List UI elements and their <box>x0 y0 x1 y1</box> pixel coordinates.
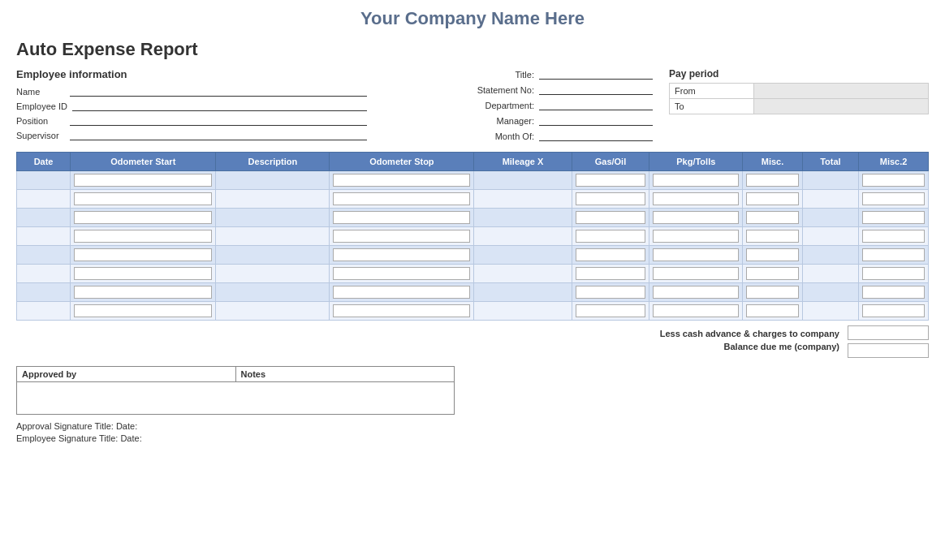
cell-odometer-start <box>71 246 216 265</box>
expense-table: Date Odometer Start Description Odometer… <box>16 152 929 321</box>
cell-description <box>216 190 330 209</box>
misc-input[interactable] <box>746 286 799 299</box>
odometer-stop-input[interactable] <box>333 286 470 299</box>
cell-misc2 <box>859 209 929 227</box>
pkg-input[interactable] <box>653 304 739 317</box>
odometer-stop-input[interactable] <box>333 248 470 261</box>
cell-odometer-start <box>71 171 216 190</box>
odometer-start-input[interactable] <box>74 211 212 224</box>
approved-notes-area: Approved by Notes Approval Signature Tit… <box>16 366 455 446</box>
misc2-input[interactable] <box>862 192 925 205</box>
cell-misc <box>743 190 803 209</box>
cell-date <box>17 227 71 246</box>
employee-id-line <box>72 100 367 111</box>
balance-value <box>848 343 929 358</box>
cell-gas <box>572 283 649 302</box>
pkg-input[interactable] <box>653 211 739 224</box>
pkg-input[interactable] <box>653 174 739 187</box>
misc2-input[interactable] <box>862 174 925 187</box>
col-date: Date <box>17 153 71 171</box>
misc-input[interactable] <box>746 267 799 280</box>
gas-input[interactable] <box>576 211 646 224</box>
gas-input[interactable] <box>576 286 646 299</box>
gas-input[interactable] <box>576 230 646 243</box>
employee-id-field-row: Employee ID <box>16 100 367 111</box>
cell-date <box>17 246 71 265</box>
col-misc: Misc. <box>743 153 803 171</box>
misc-input[interactable] <box>746 211 799 224</box>
manager-row: Manager: <box>383 114 653 126</box>
pkg-input[interactable] <box>653 267 739 280</box>
pkg-input[interactable] <box>653 286 739 299</box>
misc2-input[interactable] <box>862 304 925 317</box>
odometer-stop-input[interactable] <box>333 174 470 187</box>
manager-label: Manager: <box>497 116 534 126</box>
cell-mileage <box>474 302 572 321</box>
odometer-stop-input[interactable] <box>333 192 470 205</box>
cell-odometer-start <box>71 265 216 283</box>
cell-description <box>216 246 330 265</box>
misc2-input[interactable] <box>862 230 925 243</box>
month-line <box>539 130 653 141</box>
misc-input[interactable] <box>746 304 799 317</box>
position-field-row: Position <box>16 114 367 126</box>
cell-total <box>802 265 858 283</box>
odometer-start-input[interactable] <box>74 267 212 280</box>
department-row: Department: <box>383 99 653 110</box>
odometer-start-input[interactable] <box>74 174 212 187</box>
odometer-stop-input[interactable] <box>333 230 470 243</box>
cell-misc2 <box>859 246 929 265</box>
odometer-start-input[interactable] <box>74 192 212 205</box>
center-info-section: Title: Statement No: Department: Manager… <box>383 68 653 145</box>
cell-misc2 <box>859 190 929 209</box>
balance-label: Balance due me (company) <box>660 342 839 351</box>
cell-misc <box>743 246 803 265</box>
gas-input[interactable] <box>576 192 646 205</box>
cell-description <box>216 171 330 190</box>
odometer-start-input[interactable] <box>74 248 212 261</box>
cell-mileage <box>474 209 572 227</box>
odometer-start-input[interactable] <box>74 230 212 243</box>
cell-total <box>802 171 858 190</box>
gas-input[interactable] <box>576 267 646 280</box>
gas-input[interactable] <box>576 174 646 187</box>
misc2-input[interactable] <box>862 211 925 224</box>
cell-odometer-stop <box>330 190 474 209</box>
department-line <box>539 99 653 110</box>
employee-id-label: Employee ID <box>16 101 67 111</box>
title-line <box>539 68 653 80</box>
title-label: Title: <box>516 70 534 80</box>
totals-section: Less cash advance & charges to company B… <box>16 325 929 358</box>
misc-input[interactable] <box>746 192 799 205</box>
odometer-stop-input[interactable] <box>333 267 470 280</box>
table-row <box>17 190 929 209</box>
cell-pkg <box>649 227 743 246</box>
odometer-stop-input[interactable] <box>333 211 470 224</box>
col-odometer-start: Odometer Start <box>71 153 216 171</box>
misc-input[interactable] <box>746 174 799 187</box>
odometer-stop-input[interactable] <box>333 304 470 317</box>
totals-values <box>848 325 929 358</box>
col-misc2: Misc.2 <box>859 153 929 171</box>
pkg-input[interactable] <box>653 230 739 243</box>
odometer-start-input[interactable] <box>74 286 212 299</box>
pkg-input[interactable] <box>653 248 739 261</box>
misc2-input[interactable] <box>862 248 925 261</box>
pkg-input[interactable] <box>653 192 739 205</box>
cell-gas <box>572 265 649 283</box>
misc2-input[interactable] <box>862 286 925 299</box>
less-cash-value <box>848 325 929 340</box>
cell-odometer-start <box>71 283 216 302</box>
table-header-row: Date Odometer Start Description Odometer… <box>17 153 929 171</box>
gas-input[interactable] <box>576 304 646 317</box>
cell-pkg <box>649 171 743 190</box>
odometer-start-input[interactable] <box>74 304 212 317</box>
misc2-input[interactable] <box>862 267 925 280</box>
cell-odometer-start <box>71 209 216 227</box>
misc-input[interactable] <box>746 230 799 243</box>
gas-input[interactable] <box>576 248 646 261</box>
from-value <box>753 84 928 99</box>
name-label: Name <box>16 87 65 97</box>
misc-input[interactable] <box>746 248 799 261</box>
cell-gas <box>572 302 649 321</box>
